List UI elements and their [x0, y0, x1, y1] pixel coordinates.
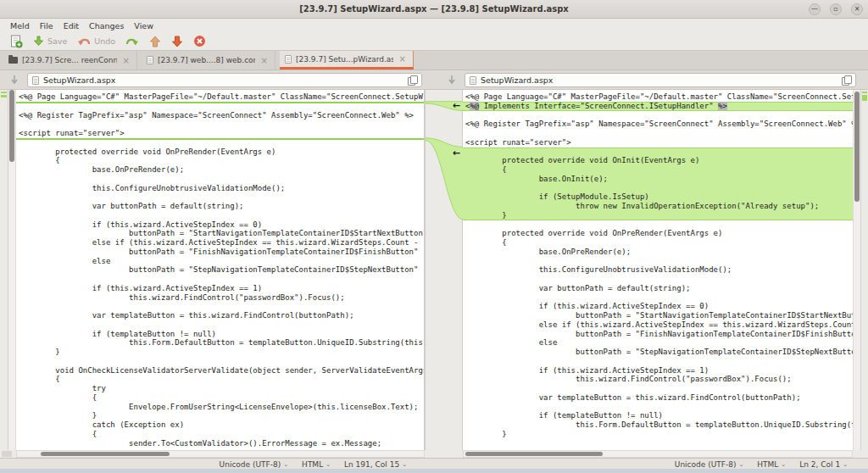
code-line: [463, 257, 853, 266]
code-line: }: [16, 411, 424, 420]
code-line: sender.To<CustomValidator>().ErrorMessag…: [16, 439, 424, 448]
code-line: void OnCheckLicenseValidatorServerValida…: [16, 366, 424, 376]
right-encoding-dropdown[interactable]: Unicode (UTF-8) ⌄: [675, 460, 744, 469]
code-line: this.wizard.FindControl("passwordBox").F…: [16, 293, 424, 303]
tab-close-icon[interactable]: ×: [121, 56, 131, 65]
code-line: [16, 302, 424, 311]
code-line: [463, 384, 853, 393]
undo-label: Undo: [94, 36, 115, 46]
stop-button[interactable]: [188, 33, 211, 49]
folder-icon: [8, 57, 18, 64]
previous-change-button[interactable]: [144, 34, 166, 49]
scrollbar-thumb[interactable]: [854, 92, 860, 202]
right-vertical-scrollbar[interactable]: [853, 90, 860, 450]
left-cursor-position-dropdown[interactable]: Ln 191, Col 15 ⌄: [344, 460, 407, 469]
undo-button[interactable]: Undo: [72, 34, 120, 48]
code-line: <script runat="server">: [463, 138, 853, 147]
tab-screenconnect-folder[interactable]: [23.9.7] Scre... reenConnect ×: [3, 51, 137, 70]
copy-icon[interactable]: [842, 75, 851, 85]
undo-icon: [77, 36, 91, 47]
code-line: this.ConfigureUnobtrusiveValidationMode(…: [16, 184, 424, 193]
left-diff-map[interactable]: [0, 90, 8, 450]
next-change-button[interactable]: [166, 34, 188, 49]
code-line: try: [16, 384, 424, 393]
diff-map-mark: [1, 95, 7, 97]
code-line: [16, 211, 424, 220]
left-encoding-dropdown[interactable]: Unicode (UTF-8) ⌄: [220, 460, 289, 469]
menu-changes[interactable]: Changes: [84, 20, 129, 31]
arrow-down-icon: [171, 36, 183, 47]
code-line: if (this.wizard.ActiveStepIndex == 0): [16, 220, 424, 230]
merge-change-left-arrow[interactable]: ←: [453, 148, 460, 158]
code-line: <script runat="server">: [16, 129, 424, 138]
cursor-position: Ln 2, Col 1: [799, 460, 840, 469]
scrollbar-thumb[interactable]: [465, 452, 603, 456]
diff-map-mark: [1, 92, 7, 93]
code-line: this.Form.DefaultButton = templateButton…: [463, 420, 853, 430]
syntax-value: HTML: [757, 460, 778, 469]
diff-map-mark: [862, 95, 867, 101]
right-cursor-position-dropdown[interactable]: Ln 2, Col 1 ⌄: [799, 460, 848, 469]
code-line: protected override void OnPreRender(Even…: [463, 229, 853, 238]
left-file-entry[interactable]: SetupWizard.aspx: [27, 73, 422, 87]
code-line: if (this.wizard.ActiveStepIndex == 1): [463, 366, 853, 376]
maximize-button[interactable]: ▫: [830, 3, 842, 15]
tab-close-icon[interactable]: ×: [259, 56, 270, 65]
code-line: if (templateButton != null): [463, 411, 853, 420]
merge-change-left-arrow[interactable]: ←: [453, 101, 460, 110]
close-window-button[interactable]: ✕: [851, 3, 863, 15]
left-horizontal-scrollbar[interactable]: [16, 450, 425, 458]
toolbar: Save Undo: [0, 32, 868, 51]
right-horizontal-scrollbar[interactable]: [463, 450, 853, 458]
code-line: [463, 147, 853, 157]
save-button[interactable]: Save: [28, 34, 72, 48]
tab-webconfig[interactable]: [23.9.7] web....8] web.config ×: [142, 51, 275, 70]
menu-file[interactable]: File: [35, 20, 58, 31]
left-code-pane[interactable]: <%@ Page Language="C#" MasterPageFile="~…: [16, 90, 425, 450]
new-comparison-button[interactable]: [5, 33, 28, 50]
tab-close-icon[interactable]: ×: [398, 54, 408, 64]
code-line: this.Form.DefaultButton = templateButton…: [16, 338, 424, 348]
right-file-entry[interactable]: SetupWizard.aspx: [465, 73, 856, 87]
right-filename: SetupWizard.aspx: [481, 75, 837, 85]
menu-view[interactable]: View: [129, 20, 159, 31]
code-line: <%@ Register TagPrefix="asp" Namespace="…: [463, 120, 853, 129]
scroll-corner: [2, 451, 12, 457]
code-line: <%@ Implements Interface="ScreenConnect.…: [463, 102, 853, 111]
code-line: else if (this.wizard.ActiveStepIndex == …: [16, 238, 424, 248]
scrollbar-thumb[interactable]: [41, 452, 170, 456]
code-line: [463, 111, 853, 120]
left-vertical-scrollbar[interactable]: [8, 90, 16, 450]
code-line: if (this.wizard.ActiveStepIndex == 0): [463, 302, 853, 311]
code-line: var templateButton = this.wizard.FindCon…: [16, 311, 424, 320]
encoding-value: Unicode (UTF-8): [220, 460, 281, 469]
right-code-pane[interactable]: <%@ Page Language="C#" MasterPageFile="~…: [463, 90, 853, 450]
code-line: }: [463, 211, 853, 220]
file-icon: [470, 76, 476, 85]
chevron-down-icon: ⌄: [326, 461, 331, 468]
code-line: base.OnPreRender(e);: [16, 165, 424, 175]
code-line: buttonPath = "StartNavigationTemplateCon…: [16, 229, 424, 238]
left-filename: SetupWizard.aspx: [43, 75, 403, 85]
cursor-position: Ln 191, Col 15: [344, 460, 399, 469]
menu-meld[interactable]: Meld: [5, 20, 35, 31]
code-line: }: [16, 348, 424, 357]
menu-edit[interactable]: Edit: [58, 20, 84, 31]
statusbar: Unicode (UTF-8) ⌄ HTML ⌄ Ln 191, Col 15 …: [0, 458, 868, 469]
redo-button[interactable]: [120, 34, 144, 48]
right-diff-map[interactable]: [860, 90, 868, 450]
goto-line-arrow-icon[interactable]: [10, 75, 19, 86]
chevron-down-icon: ⌄: [843, 461, 848, 468]
copy-icon[interactable]: [408, 75, 417, 85]
code-line: protected override void OnInit(EventArgs…: [463, 156, 853, 165]
goto-line-arrow-icon[interactable]: [448, 75, 456, 86]
minimize-button[interactable]: —: [809, 3, 821, 15]
tab-setupwizard-active[interactable]: [23.9.7] Setu...pWizard.aspx ×: [280, 51, 414, 70]
tab-label: [23.9.7] Setu...pWizard.aspx: [296, 55, 393, 64]
scrollbar-thumb[interactable]: [9, 90, 14, 162]
left-syntax-dropdown[interactable]: HTML ⌄: [302, 460, 331, 469]
right-syntax-dropdown[interactable]: HTML ⌄: [757, 460, 786, 469]
tab-label: [23.9.7] web....8] web.config: [158, 56, 255, 64]
code-line: [16, 138, 424, 147]
code-line: [16, 275, 424, 284]
